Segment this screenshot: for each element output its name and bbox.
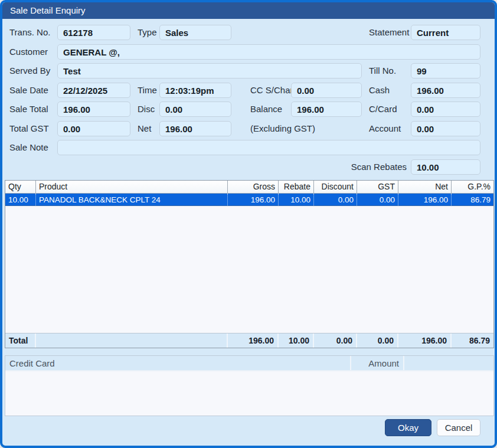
cell-rebate: 10.00 [279,194,314,205]
cell-gp: 86.79 [452,194,493,205]
sale-note-field[interactable] [57,140,480,155]
cell-qty: 10.00 [5,194,36,205]
time-label: Time [138,83,157,98]
total-gross: 196.00 [228,333,279,348]
sale-note-label: Sale Note [9,140,48,155]
total-gst-label: Total GST [9,121,49,136]
total-net: 196.00 [398,333,452,348]
cash-label: Cash [369,83,390,98]
total-gst-field[interactable] [57,121,130,136]
statement-field[interactable] [411,25,480,40]
trans-no-label: Trans. No. [9,25,50,40]
till-no-label: Till No. [369,63,396,79]
cell-product: PANADOL BACK&NECK CPLT 24 [36,194,228,205]
titlebar: Sale Detail Enquiry [2,2,495,19]
net-field[interactable] [159,121,231,136]
credit-card-amount-header: Amount [351,356,404,370]
sale-detail-enquiry-dialog: Sale Detail Enquiry Trans. No. Type Stat… [0,0,497,448]
grid-empty-area[interactable] [5,206,493,333]
total-product-cell [36,333,228,348]
cell-gst: 0.00 [357,194,398,205]
sale-total-label: Sale Total [9,102,48,117]
disc-label: Disc [138,102,155,117]
credit-card-list-area [5,371,493,416]
account-field[interactable] [411,121,480,136]
ccard-label: C/Card [369,102,397,117]
col-header-rebate[interactable]: Rebate [279,181,314,193]
sale-date-field[interactable] [57,83,130,98]
served-by-field[interactable] [57,63,362,79]
cash-field[interactable] [411,83,480,98]
col-header-gp[interactable]: G.P.% [452,181,493,193]
total-gst-cell: 0.00 [357,333,398,348]
till-no-field[interactable] [411,63,480,79]
window-title: Sale Detail Enquiry [10,5,86,15]
type-label: Type [138,25,157,40]
total-rebate: 10.00 [279,333,314,348]
sale-date-label: Sale Date [9,83,48,98]
cell-discount: 0.00 [314,194,357,205]
customer-label: Customer [9,44,48,60]
credit-card-header-row: Credit Card Amount [5,356,493,371]
cell-net: 196.00 [398,194,452,205]
grid-header-row: Qty Product Gross Rebate Discount GST Ne… [5,181,493,194]
customer-field[interactable] [57,44,480,60]
served-by-label: Served By [9,63,50,79]
cc-scharge-field[interactable] [291,83,362,98]
col-header-qty[interactable]: Qty [5,181,36,193]
sale-total-field[interactable] [57,102,130,117]
grid-total-row: Total 196.00 10.00 0.00 0.00 196.00 86.7… [5,333,493,348]
col-header-discount[interactable]: Discount [314,181,357,193]
ccard-field[interactable] [411,102,480,117]
balance-field[interactable] [291,102,362,117]
credit-card-header: Credit Card [5,356,351,370]
scan-rebates-label: Scan Rebates [321,159,407,175]
okay-button[interactable]: Okay [385,419,431,436]
total-gp: 86.79 [452,333,493,348]
cancel-button[interactable]: Cancel [437,419,480,436]
col-header-net[interactable]: Net [398,181,452,193]
col-header-product[interactable]: Product [36,181,228,193]
col-header-gst[interactable]: GST [357,181,398,193]
type-field[interactable] [159,25,231,40]
line-item-row-selected[interactable]: 10.00 PANADOL BACK&NECK CPLT 24 196.00 1… [5,194,493,206]
statement-label: Statement [369,25,409,40]
time-field[interactable] [159,83,231,98]
net-label: Net [138,121,151,136]
total-label: Total [5,333,36,348]
scan-rebates-field[interactable] [411,159,480,175]
total-discount: 0.00 [314,333,357,348]
cell-gross: 196.00 [228,194,279,205]
balance-label: Balance [250,102,282,117]
col-header-gross[interactable]: Gross [228,181,279,193]
disc-field[interactable] [159,102,231,117]
excluding-gst-note: (Excluding GST) [250,121,315,136]
credit-card-panel: Credit Card Amount [5,355,494,416]
trans-no-field[interactable] [57,25,130,40]
account-label: Account [369,121,401,136]
line-items-grid: Qty Product Gross Rebate Discount GST Ne… [5,180,494,348]
credit-card-amount-cell [404,356,493,370]
